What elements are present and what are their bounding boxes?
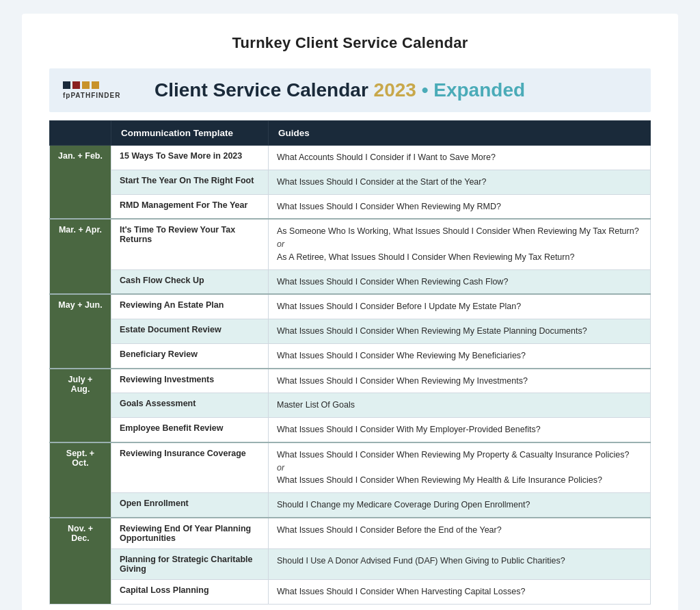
month-cell: Jan. + Feb. <box>50 146 111 220</box>
table-row: RMD Management For The YearWhat Issues S… <box>50 194 651 219</box>
template-cell: Goals Assessment <box>111 393 269 418</box>
logo-area: fpPATHFINDER <box>63 81 138 99</box>
col-month-header <box>50 121 111 146</box>
table-row: Cash Flow Check UpWhat Issues Should I C… <box>50 269 651 294</box>
guide-cell: What Issues Should I Consider With My Em… <box>269 418 651 442</box>
heading-expanded: Expanded <box>433 79 525 101</box>
col-template-header: Communication Template <box>111 121 269 146</box>
table-row: Nov. + Dec.Reviewing End Of Year Plannin… <box>50 518 651 549</box>
guide-cell: What Issues Should I Consider When Revie… <box>269 194 651 219</box>
table-header-row: Communication Template Guides <box>50 121 651 146</box>
heading-year: 2023 <box>374 79 422 101</box>
template-cell: Employee Benefit Review <box>111 418 269 442</box>
template-cell: Reviewing End Of Year Planning Opportuni… <box>111 518 269 549</box>
logo-sq-1 <box>63 81 70 89</box>
table-row: Start The Year On The Right FootWhat Iss… <box>50 170 651 194</box>
calendar-table: Communication Template Guides Jan. + Feb… <box>49 120 651 605</box>
logo-text: fpPATHFINDER <box>63 92 120 99</box>
guide-cell: What Issues Should I Consider When Harve… <box>269 579 651 604</box>
template-cell: Reviewing An Estate Plan <box>111 294 269 319</box>
table-row: Beneficiary ReviewWhat Issues Should I C… <box>50 343 651 368</box>
page-container: Turnkey Client Service Calendar fpPATHFI… <box>22 14 678 610</box>
template-cell: Beneficiary Review <box>111 343 269 368</box>
month-cell: Sept. + Oct. <box>50 442 111 518</box>
template-cell: Reviewing Investments <box>111 369 269 393</box>
logo-squares <box>63 81 99 89</box>
template-cell: Estate Document Review <box>111 319 269 344</box>
table-row: July + Aug.Reviewing InvestmentsWhat Iss… <box>50 369 651 393</box>
table-row: Sept. + Oct.Reviewing Insurance Coverage… <box>50 442 651 493</box>
guide-cell: Should I Use A Donor Advised Fund (DAF) … <box>269 548 651 579</box>
template-cell: It's Time To Review Your Tax Returns <box>111 219 269 269</box>
table-row: Goals AssessmentMaster List Of Goals <box>50 393 651 418</box>
guide-cell: What Issues Should I Consider at the Sta… <box>269 170 651 194</box>
logo-sq-4 <box>92 81 99 89</box>
guide-cell: What Issues Should I Consider Before I U… <box>269 294 651 319</box>
template-cell: 15 Ways To Save More in 2023 <box>111 146 269 170</box>
main-title: Turnkey Client Service Calendar <box>49 34 651 52</box>
template-cell: Start The Year On The Right Foot <box>111 170 269 194</box>
guide-cell: What Issues Should I Consider When Revie… <box>269 369 651 393</box>
month-cell: May + Jun. <box>50 294 111 368</box>
template-cell: Open Enrollment <box>111 493 269 518</box>
guide-cell: Master List Of Goals <box>269 393 651 418</box>
table-row: Open EnrollmentShould I Change my Medica… <box>50 493 651 518</box>
month-cell: Nov. + Dec. <box>50 518 111 604</box>
table-row: Estate Document ReviewWhat Issues Should… <box>50 319 651 344</box>
month-cell: July + Aug. <box>50 369 111 442</box>
table-row: May + Jun.Reviewing An Estate PlanWhat I… <box>50 294 651 319</box>
guide-cell: What Issues Should I Consider When Revie… <box>269 442 651 493</box>
logo-sq-3 <box>82 81 90 89</box>
guide-cell: What Issues Should I Consider When Revie… <box>269 319 651 344</box>
guide-cell: As Someone Who Is Working, What Issues S… <box>269 219 651 269</box>
guide-cell: What Issues Should I Consider When Revie… <box>269 269 651 294</box>
table-row: Jan. + Feb.15 Ways To Save More in 2023W… <box>50 146 651 170</box>
guide-cell: Should I Change my Medicare Coverage Dur… <box>269 493 651 518</box>
table-row: Mar. + Apr.It's Time To Review Your Tax … <box>50 219 651 269</box>
template-cell: RMD Management For The Year <box>111 194 269 219</box>
guide-cell: What Issues Should I Consider Whe Review… <box>269 343 651 368</box>
month-cell: Mar. + Apr. <box>50 219 111 294</box>
table-row: Capital Loss PlanningWhat Issues Should … <box>50 579 651 604</box>
guide-cell: What Issues Should I Consider Before the… <box>269 518 651 549</box>
heading-bullet: • <box>422 79 429 101</box>
guide-cell: What Accounts Should I Consider if I Wan… <box>269 146 651 170</box>
logo-sq-2 <box>72 81 80 89</box>
table-row: Planning for Strategic Charitable Giving… <box>50 548 651 579</box>
template-cell: Planning for Strategic Charitable Giving <box>111 548 269 579</box>
template-cell: Cash Flow Check Up <box>111 269 269 294</box>
table-row: Employee Benefit ReviewWhat Issues Shoul… <box>50 418 651 442</box>
header-section: fpPATHFINDER Client Service Calendar 202… <box>49 68 651 112</box>
template-cell: Capital Loss Planning <box>111 579 269 604</box>
template-cell: Reviewing Insurance Coverage <box>111 442 269 493</box>
calendar-heading: Client Service Calendar 2023 • Expanded <box>154 79 525 101</box>
heading-part1: Client Service Calendar <box>154 79 368 101</box>
col-guide-header: Guides <box>269 121 651 146</box>
